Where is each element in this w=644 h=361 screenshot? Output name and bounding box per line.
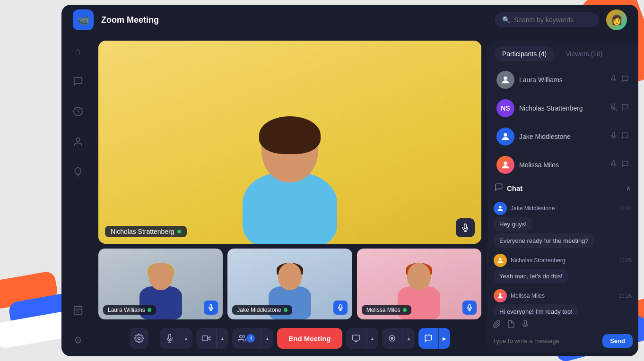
melissa-online xyxy=(403,308,407,312)
jake-mic-button[interactable] xyxy=(333,301,348,315)
svg-rect-19 xyxy=(202,336,207,341)
chat-label: Chat xyxy=(507,184,622,192)
jake-msg-time: 10:24 xyxy=(618,206,632,211)
mic-arrow[interactable]: ▲ xyxy=(180,328,192,349)
jake-head xyxy=(278,263,302,290)
participant-list: Laura Williams NS Nicholas Strattenberg xyxy=(487,67,638,178)
participants-arrow[interactable]: ▲ xyxy=(261,328,273,349)
panel-tabs: Participants (4) Viewers (10) xyxy=(487,41,638,67)
sidebar-item-home[interactable]: ⌂ xyxy=(68,41,88,61)
search-icon: 🔍 xyxy=(502,16,510,24)
logo-icon: 📹 xyxy=(78,14,89,26)
main-speaker-badge: Nicholas Strattenberg xyxy=(105,226,187,237)
jake-mic-icon xyxy=(610,132,618,141)
svg-point-20 xyxy=(240,335,243,338)
tab-viewers[interactable]: Viewers (10) xyxy=(558,46,610,61)
laura-mic-button[interactable] xyxy=(204,301,218,315)
record-arrow[interactable]: ▲ xyxy=(402,328,415,349)
sidebar-item-calendar[interactable]: 20 xyxy=(68,300,88,320)
jake-participant-name: Jake Middlestone xyxy=(519,133,605,140)
screen-share-button[interactable] xyxy=(346,328,366,349)
msg-group-melissa: Melissa Miles 10:26 Hi everyone! I'm rea… xyxy=(494,289,632,315)
thumbnail-laura[interactable]: Laura Williams xyxy=(98,249,223,319)
melissa-icons xyxy=(610,160,629,170)
camera-button[interactable] xyxy=(196,328,217,349)
melissa-bubble-1: Hi everyone! I'm ready too! xyxy=(494,304,578,315)
meeting-toolbar: ▲ ▲ 4 ▲ End Meeting xyxy=(98,324,481,352)
svg-point-31 xyxy=(499,258,501,260)
person-hair xyxy=(259,116,321,154)
record-button[interactable] xyxy=(382,328,402,349)
jake-msg-name: Jake Middlestone xyxy=(511,205,555,212)
jake-chat-icon xyxy=(621,132,629,141)
svg-point-1 xyxy=(76,138,79,141)
svg-rect-21 xyxy=(352,335,359,340)
mic-button[interactable] xyxy=(160,328,180,349)
sidebar-item-settings[interactable]: ⚙ xyxy=(68,330,88,351)
melissa-avatar xyxy=(496,156,514,174)
mic-input-icon[interactable] xyxy=(521,320,530,330)
sidebar-item-contacts[interactable] xyxy=(68,131,88,152)
video-thumbnails: Laura Williams xyxy=(98,249,481,319)
chat-input-row: Send xyxy=(493,334,633,348)
jake-bubble-1: Hey guys! xyxy=(494,217,532,232)
header: 📹 Zoom Meeting 🔍 👩 xyxy=(61,5,638,35)
participant-item-jake[interactable]: Jake Middlestone xyxy=(493,124,633,149)
jake-chat-avatar xyxy=(494,202,507,215)
nicholas-msg-meta: Nicholas Strattenberg 10:25 xyxy=(494,254,632,267)
participant-item-laura[interactable]: Laura Williams xyxy=(493,67,633,93)
melissa-chat-avatar xyxy=(494,289,507,302)
sidebar-item-chat[interactable] xyxy=(68,71,88,92)
chat-arrow[interactable]: ▶ xyxy=(439,328,450,349)
svg-point-32 xyxy=(499,293,501,296)
app-logo: 📹 xyxy=(73,9,94,30)
svg-point-30 xyxy=(499,206,501,208)
chat-collapse-button[interactable]: ∧ xyxy=(626,184,631,192)
svg-point-25 xyxy=(391,337,393,340)
search-input[interactable] xyxy=(514,16,591,24)
screen-share-control: ▲ xyxy=(346,328,379,349)
send-button[interactable]: Send xyxy=(602,334,633,348)
melissa-mic-button[interactable] xyxy=(462,301,477,315)
svg-text:20: 20 xyxy=(76,310,79,313)
app-container: 📹 Zoom Meeting 🔍 👩 ⌂ xyxy=(61,5,638,356)
svg-marker-18 xyxy=(208,336,210,340)
chat-message-input[interactable] xyxy=(493,337,599,344)
melissa-participant-name: Melissa Miles xyxy=(519,161,605,169)
camera-arrow[interactable]: ▲ xyxy=(217,328,229,349)
chat-button[interactable] xyxy=(418,328,439,349)
participants-button[interactable]: 4 xyxy=(232,328,261,349)
screen-share-arrow[interactable]: ▲ xyxy=(366,328,379,349)
laura-avatar xyxy=(496,71,514,89)
sidebar-item-history[interactable] xyxy=(68,101,88,122)
settings-button[interactable] xyxy=(130,328,148,349)
nicholas-avatar: NS xyxy=(496,99,514,117)
end-meeting-button[interactable]: End Meeting xyxy=(277,328,342,349)
attach-icon[interactable] xyxy=(493,320,501,330)
thumbnail-melissa[interactable]: Melissa Miles xyxy=(357,249,481,319)
record-control: ▲ xyxy=(382,328,415,349)
jake-name: Jake Middlestone xyxy=(237,307,281,313)
participant-item-nicholas[interactable]: NS Nicholas Strattenberg xyxy=(493,95,633,121)
thumbnail-jake[interactable]: Jake Middlestone xyxy=(227,249,352,319)
main-content: Nicholas Strattenberg xyxy=(95,35,487,356)
search-bar[interactable]: 🔍 xyxy=(495,12,599,27)
laura-online xyxy=(148,308,151,312)
melissa-msg-time: 10:26 xyxy=(618,293,632,299)
nicholas-participant-name: Nicholas Strattenberg xyxy=(519,104,605,112)
participants-count: 4 xyxy=(246,334,255,343)
main-video-scene xyxy=(98,41,481,244)
participant-item-melissa[interactable]: Melissa Miles xyxy=(493,152,633,178)
file-icon[interactable] xyxy=(507,320,515,330)
jake-msg-meta: Jake Middlestone 10:24 xyxy=(494,202,632,215)
melissa-head xyxy=(407,263,431,290)
jake-bubble-2: Everyone ready for the meeting? xyxy=(494,233,594,248)
sidebar-item-ideas[interactable] xyxy=(68,162,88,182)
tab-participants[interactable]: Participants (4) xyxy=(495,46,554,61)
user-avatar[interactable]: 👩 xyxy=(606,9,627,30)
main-speaker-person xyxy=(243,116,337,244)
jake-badge: Jake Middlestone xyxy=(232,305,292,315)
melissa-mic-icon xyxy=(610,160,618,170)
main-video-mic-button[interactable] xyxy=(456,218,475,237)
main-video: Nicholas Strattenberg xyxy=(98,41,481,244)
